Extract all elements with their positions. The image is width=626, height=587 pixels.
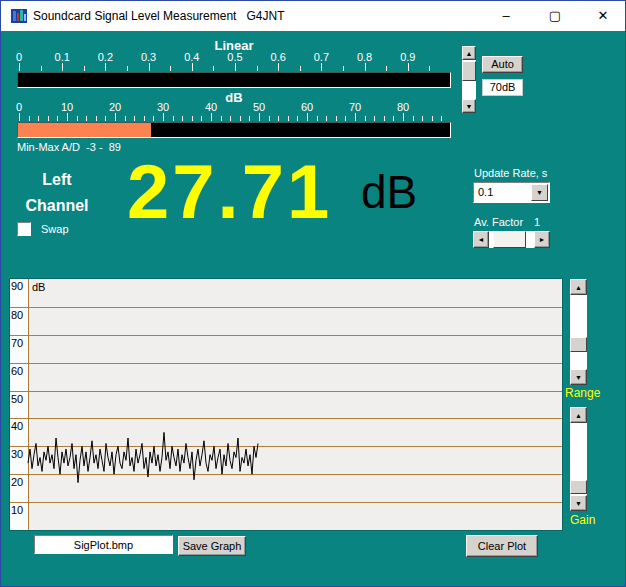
minor-tick (221, 116, 222, 121)
major-tick (321, 63, 322, 71)
scale-tick-label: 0.6 (271, 51, 286, 63)
minor-tick (127, 66, 128, 71)
av-factor-value: 1 (534, 216, 540, 228)
minor-tick (144, 116, 145, 121)
scroll-up-icon[interactable]: ▲ (462, 46, 476, 60)
scale-tick-label: 60 (301, 101, 313, 113)
major-tick (278, 63, 279, 71)
meter-scale-scrollbar[interactable]: ▲ ▼ (462, 46, 476, 113)
plot-gridline (10, 307, 562, 308)
minor-tick (326, 116, 327, 121)
major-tick (408, 63, 409, 71)
scrollbar-thumb[interactable] (493, 231, 526, 248)
plot-gridline (10, 446, 562, 447)
scale-tick-label: 0.1 (55, 51, 70, 63)
scrollbar-thumb[interactable] (462, 61, 476, 81)
y-axis-tick-label: 50 (11, 393, 23, 405)
minor-tick (192, 116, 193, 121)
filename-input[interactable] (34, 535, 173, 554)
major-tick (105, 63, 106, 71)
scale-tick-label: 20 (109, 101, 121, 113)
major-tick (192, 63, 193, 71)
swap-checkbox[interactable] (17, 222, 31, 236)
minor-tick (125, 116, 126, 121)
auto-button[interactable]: Auto (482, 56, 523, 73)
scroll-left-icon[interactable]: ◄ (473, 231, 489, 248)
plot-gridline (10, 391, 562, 392)
minor-tick (269, 116, 270, 121)
scale-tick-label: 40 (205, 101, 217, 113)
app-icon (11, 8, 27, 24)
scroll-up-icon[interactable]: ▲ (570, 279, 587, 295)
range-scrollbar[interactable]: ▲ ▼ (570, 279, 587, 385)
plot-gridline (10, 474, 562, 475)
minor-tick (413, 116, 414, 121)
scale-tick-label: 0.2 (98, 51, 113, 63)
update-rate-dropdown[interactable]: 0.1 ▼ (473, 182, 550, 203)
minor-tick (240, 116, 241, 121)
update-rate-label: Update Rate, s (474, 167, 547, 179)
scroll-right-icon[interactable]: ► (534, 231, 550, 248)
minor-tick (77, 116, 78, 121)
minor-tick (170, 66, 171, 71)
scale-tick-label: 0.9 (400, 51, 415, 63)
minor-tick (86, 116, 87, 121)
minor-tick (249, 116, 250, 121)
major-tick (115, 113, 116, 121)
close-button[interactable]: ✕ (592, 5, 614, 27)
scroll-down-icon[interactable]: ▼ (462, 99, 476, 113)
minmax-readout: Min-Max A/D -3 - 89 (17, 141, 121, 153)
minor-tick (105, 116, 106, 121)
linear-meter-scale: 00.10.20.30.40.50.60.70.80.9 (17, 51, 457, 72)
major-tick (163, 113, 164, 121)
minor-tick (429, 66, 430, 71)
chevron-down-icon[interactable]: ▼ (531, 184, 548, 201)
scrollbar-thumb[interactable] (570, 480, 587, 494)
y-axis-tick-label: 10 (11, 504, 23, 516)
minor-tick (182, 116, 183, 121)
minor-tick (84, 66, 85, 71)
minor-tick (257, 66, 258, 71)
channel-line2: Channel (7, 193, 107, 219)
minimize-button[interactable]: – (495, 5, 517, 27)
scale-range-label[interactable]: 70dB (482, 79, 523, 96)
gain-scrollbar[interactable]: ▲ ▼ (570, 407, 587, 511)
clear-plot-button[interactable]: Clear Plot (466, 535, 538, 557)
minor-tick (343, 66, 344, 71)
minor-tick (288, 116, 289, 121)
scale-tick-label: 0.4 (184, 51, 199, 63)
swap-checkbox-label: Swap (41, 223, 69, 235)
minor-tick (230, 116, 231, 121)
major-tick (211, 113, 212, 121)
title-bar: Soundcard Signal Level Measurement G4JNT… (1, 1, 625, 31)
major-tick (235, 63, 236, 71)
minor-tick (384, 116, 385, 121)
scrollbar-thumb[interactable] (570, 337, 587, 352)
minor-tick (336, 116, 337, 121)
y-axis-tick-label: 70 (11, 337, 23, 349)
scale-tick-label: 0.8 (357, 51, 372, 63)
minor-tick (365, 116, 366, 121)
minor-tick (386, 66, 387, 71)
level-unit: dB (361, 169, 417, 215)
major-tick (19, 63, 20, 71)
minor-tick (38, 116, 39, 121)
range-label: Range (565, 386, 600, 400)
minor-tick (48, 116, 49, 121)
scroll-down-icon[interactable]: ▼ (570, 369, 587, 385)
scroll-up-icon[interactable]: ▲ (570, 407, 587, 423)
av-factor-scrollbar[interactable]: ◄ ► (473, 231, 550, 248)
plot-gridline (10, 335, 562, 336)
minor-tick (41, 66, 42, 71)
maximize-button[interactable]: ▢ (544, 5, 566, 27)
db-meter-bar (17, 122, 451, 138)
scroll-down-icon[interactable]: ▼ (570, 495, 587, 511)
app-window: Soundcard Signal Level Measurement G4JNT… (0, 0, 626, 587)
minor-tick (29, 116, 30, 121)
minor-tick (393, 116, 394, 121)
minor-tick (201, 116, 202, 121)
av-factor-label: Av. Factor (474, 216, 523, 228)
save-graph-button[interactable]: Save Graph (178, 536, 246, 556)
minor-tick (96, 116, 97, 121)
scale-tick-label: 50 (253, 101, 265, 113)
